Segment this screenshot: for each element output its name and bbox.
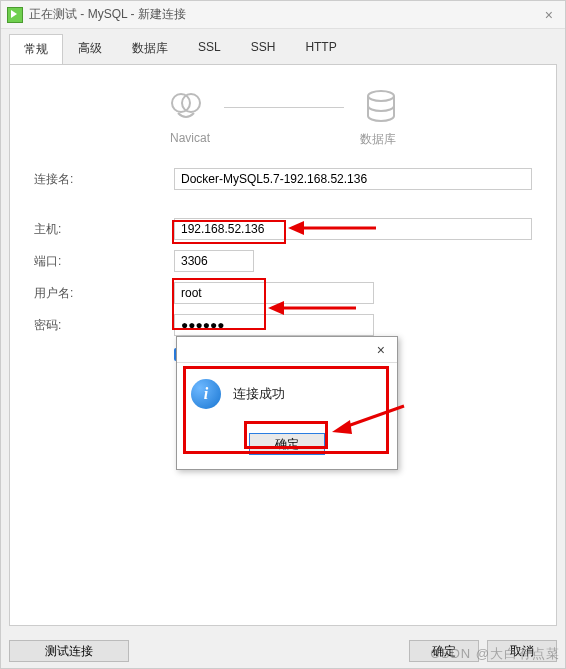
window-title: 正在测试 - MySQL - 新建连接: [29, 6, 186, 23]
logo-divider: [224, 107, 344, 108]
label-port: 端口:: [34, 253, 174, 270]
test-connection-button[interactable]: 测试连接: [9, 640, 129, 662]
label-connection-name: 连接名:: [34, 171, 174, 188]
tab-bar: 常规 高级 数据库 SSL SSH HTTP: [1, 29, 565, 64]
dialog-body: i 连接成功: [177, 363, 397, 425]
input-username[interactable]: [174, 282, 374, 304]
logo-row: [34, 89, 532, 125]
tab-advanced[interactable]: 高级: [63, 33, 117, 64]
input-port[interactable]: [174, 250, 254, 272]
input-connection-name[interactable]: [174, 168, 532, 190]
info-icon: i: [191, 379, 221, 409]
label-host: 主机:: [34, 221, 174, 238]
ok-button[interactable]: 确定: [409, 640, 479, 662]
dialog-close-button[interactable]: ×: [371, 342, 391, 358]
dialog-message: 连接成功: [233, 385, 285, 403]
success-dialog: × i 连接成功 确定: [176, 336, 398, 470]
row-port: 端口:: [34, 250, 532, 272]
logo-labels: Navicat 数据库: [34, 131, 532, 148]
navicat-label: Navicat: [170, 131, 210, 148]
titlebar: 正在测试 - MySQL - 新建连接 ×: [1, 1, 565, 29]
tab-ssl[interactable]: SSL: [183, 33, 236, 64]
row-host: 主机:: [34, 218, 532, 240]
database-label: 数据库: [360, 131, 396, 148]
footer: 测试连接 确定 取消: [1, 634, 565, 668]
cancel-button[interactable]: 取消: [487, 640, 557, 662]
label-username: 用户名:: [34, 285, 174, 302]
navicat-logo-icon: [168, 89, 204, 125]
svg-point-2: [368, 91, 394, 101]
tab-database[interactable]: 数据库: [117, 33, 183, 64]
row-connection-name: 连接名:: [34, 168, 532, 190]
dialog-footer: 确定: [177, 425, 397, 469]
dialog-ok-button[interactable]: 确定: [249, 433, 325, 455]
tab-general[interactable]: 常规: [9, 34, 63, 65]
label-password: 密码:: [34, 317, 174, 334]
row-password: 密码:: [34, 314, 532, 336]
window-close-button[interactable]: ×: [539, 7, 559, 23]
connection-dialog-window: 正在测试 - MySQL - 新建连接 × 常规 高级 数据库 SSL SSH …: [0, 0, 566, 669]
database-icon: [364, 89, 398, 125]
dialog-titlebar: ×: [177, 337, 397, 363]
tab-http[interactable]: HTTP: [290, 33, 351, 64]
input-host[interactable]: [174, 218, 532, 240]
row-username: 用户名:: [34, 282, 532, 304]
tab-ssh[interactable]: SSH: [236, 33, 291, 64]
input-password[interactable]: [174, 314, 374, 336]
navicat-app-icon: [7, 7, 23, 23]
